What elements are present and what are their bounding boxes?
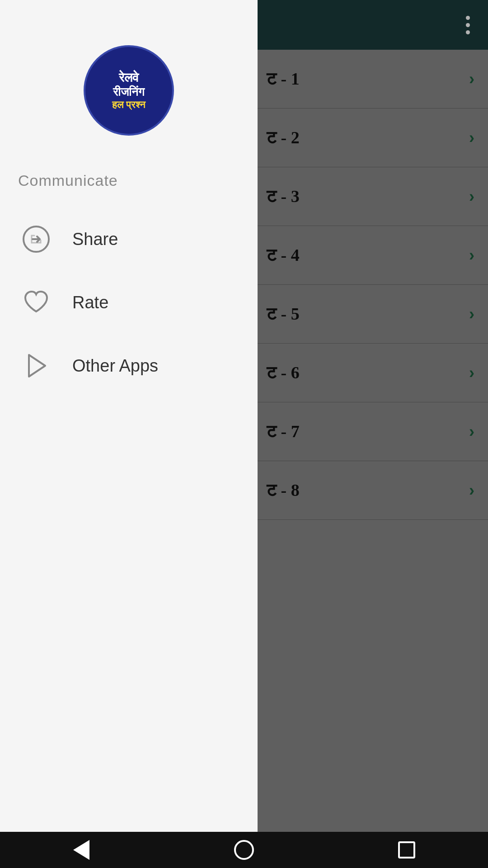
other-apps-label: Other Apps <box>72 356 158 376</box>
play-icon-container <box>18 348 54 384</box>
drawer-panel: रेलवे रीजनिंग हल प्रश्न Communicate Shar… <box>0 0 258 868</box>
share-label: Share <box>72 230 118 249</box>
logo-line3: हल प्रश्न <box>112 99 145 111</box>
logo-line2: रीजनिंग <box>113 85 145 99</box>
home-icon <box>234 840 254 860</box>
home-button[interactable] <box>226 836 262 863</box>
heart-icon-container <box>18 284 54 321</box>
menu-item-share[interactable]: Share <box>18 212 239 266</box>
rate-label: Rate <box>72 293 108 312</box>
heart-icon <box>22 288 51 317</box>
recents-icon <box>398 841 415 859</box>
recents-button[interactable] <box>389 836 425 863</box>
menu-item-rate[interactable]: Rate <box>18 275 239 330</box>
share-icon <box>22 225 51 254</box>
share-icon-container <box>18 221 54 257</box>
bottom-nav <box>0 832 488 868</box>
back-button[interactable] <box>63 836 99 863</box>
menu-item-other-apps[interactable]: Other Apps <box>18 339 239 393</box>
section-communicate: Communicate <box>18 172 118 189</box>
logo-line1: रेलवे <box>119 71 139 85</box>
play-store-icon <box>22 351 51 380</box>
app-logo: रेलवे रीजनिंग हल प्रश्न <box>84 45 174 136</box>
logo-container: रेलवे रीजनिंग हल प्रश्न <box>18 45 239 136</box>
back-icon <box>73 840 89 860</box>
